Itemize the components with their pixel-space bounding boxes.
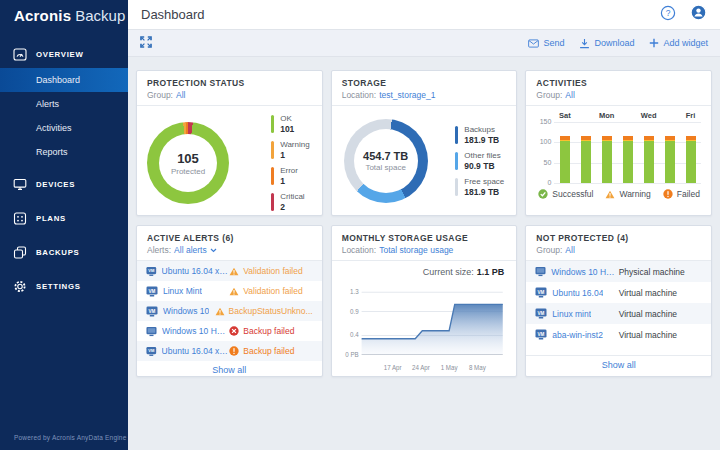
alert-status: Validation failed: [229, 266, 302, 276]
add-widget-button[interactable]: Add widget: [649, 38, 708, 48]
group-filter-link[interactable]: All: [565, 90, 574, 100]
help-icon[interactable]: ?: [660, 5, 676, 25]
svg-text:0.9: 0.9: [350, 307, 359, 314]
widget-title: PROTECTION STATUS: [147, 78, 312, 88]
alert-device-name[interactable]: Linux Mint: [163, 286, 202, 296]
widget-active-alerts: ACTIVE ALERTS (6) Alerts:All alerts VMUb…: [136, 225, 323, 377]
alert-device-name[interactable]: Ubuntu 16.04 x64 ...: [162, 346, 230, 356]
sidebar-item-alerts[interactable]: Alerts: [0, 92, 128, 116]
download-button[interactable]: Download: [579, 38, 634, 49]
filter-label: Location:: [342, 245, 377, 255]
device-name-link[interactable]: aba-win-inst2: [552, 330, 603, 340]
legend-item: Failed: [663, 189, 700, 199]
filter-label: Group:: [147, 90, 173, 100]
backups-icon: [13, 246, 27, 259]
logo-brand: Acronis: [14, 7, 71, 24]
alert-row[interactable]: VMLinux Mint Validation failed: [137, 281, 322, 301]
y-axis-label: 100: [536, 138, 551, 145]
widget-not-protected: NOT PROTECTED (4) Group:All Windows 10 H…: [525, 225, 712, 377]
vm-icon: VM: [535, 329, 547, 340]
svg-text:0.4: 0.4: [350, 331, 359, 338]
sidebar-section-overview[interactable]: OVERVIEW: [0, 40, 128, 68]
dashboard-widgets: PROTECTION STATUS Group:All 105Protected…: [128, 57, 720, 377]
alert-status: BackupStatusUnkno...: [215, 306, 313, 316]
warning-triangle-icon: [229, 287, 239, 296]
alert-device-name[interactable]: Windows 10 Hom...: [162, 326, 229, 336]
activities-bar-chart: SatMonWedFri 050100150 SuccessfulWarning…: [526, 105, 711, 215]
group-filter-link[interactable]: All: [565, 245, 574, 255]
device-row[interactable]: VMUbuntu 16.04 Virtual machine: [526, 282, 711, 303]
success-circle-icon: [538, 189, 548, 199]
activity-bar[interactable]: [659, 122, 680, 183]
legend-item: Warning1: [271, 140, 310, 160]
sidebar-section-plans[interactable]: PLANS: [0, 204, 128, 232]
storage-donut-chart: 454.7 TBTotal space: [344, 119, 428, 203]
day-label: Mon: [596, 111, 617, 122]
send-button[interactable]: Send: [528, 38, 564, 48]
day-label: Fri: [680, 111, 701, 122]
sidebar: Acronis Backup OVERVIEWDashboardAlertsAc…: [0, 0, 128, 450]
svg-text:24 Apr: 24 Apr: [412, 364, 430, 372]
day-label: Wed: [638, 111, 659, 122]
device-name-link[interactable]: Ubuntu 16.04: [552, 288, 603, 298]
svg-text:1 May: 1 May: [440, 364, 458, 372]
devices-icon: [13, 178, 27, 191]
current-size: Current size:1.1 PB: [342, 265, 507, 277]
activity-bar[interactable]: [575, 122, 596, 183]
legend-item: Backups181.9 TB: [455, 125, 504, 145]
alert-row[interactable]: VMWindows 10 BackupStatusUnkno...: [137, 301, 322, 321]
activity-bar[interactable]: [596, 122, 617, 183]
legend-item: Free space181.9 TB: [455, 177, 504, 197]
alerts-show-all-link[interactable]: Show all: [137, 361, 322, 377]
alert-row[interactable]: VMUbuntu 16.04 x64 ... Validation failed: [137, 261, 322, 281]
not-protected-show-all-link[interactable]: Show all: [526, 355, 711, 376]
filter-label: Group:: [536, 245, 562, 255]
logo-product: Backup: [75, 7, 125, 24]
toolbar: Send Download Add widget: [128, 30, 720, 57]
sidebar-section-settings[interactable]: SETTINGS: [0, 272, 128, 300]
alert-row[interactable]: Windows 10 Hom... Backup failed: [137, 321, 322, 341]
storage-legend: Backups181.9 TBOther files90.9 TBFree sp…: [455, 125, 506, 197]
expand-widgets-icon[interactable]: [140, 34, 152, 52]
alert-status: Backup failed: [229, 326, 294, 336]
vm-icon: VM: [535, 308, 547, 319]
widget-storage: STORAGE Location:test_storage_1 454.7 TB…: [331, 70, 518, 216]
day-label: [617, 111, 638, 122]
activity-bar[interactable]: [554, 122, 575, 183]
activity-bar[interactable]: [638, 122, 659, 183]
account-icon[interactable]: [690, 4, 707, 25]
alert-device-name[interactable]: Ubuntu 16.04 x64 ...: [162, 266, 230, 276]
group-filter-link[interactable]: All: [176, 90, 185, 100]
device-row[interactable]: Windows 10 Hom... Physical machine: [526, 261, 711, 282]
device-row[interactable]: VMaba-win-inst2 Virtual machine: [526, 324, 711, 345]
settings-icon: [13, 280, 27, 293]
sidebar-item-dashboard[interactable]: Dashboard: [0, 68, 128, 92]
svg-text:1.3: 1.3: [350, 288, 359, 295]
protected-count: 105: [177, 151, 199, 166]
alert-status: Validation failed: [229, 286, 302, 296]
sidebar-section-backups[interactable]: BACKUPS: [0, 238, 128, 266]
location-filter-link[interactable]: test_storage_1: [379, 90, 435, 100]
total-space-value: 454.7 TB: [363, 150, 408, 162]
device-name-link[interactable]: Linux mint: [552, 309, 591, 319]
widget-protection-status: PROTECTION STATUS Group:All 105Protected…: [136, 70, 323, 216]
send-envelope-icon: [528, 39, 539, 48]
activity-bar[interactable]: [680, 122, 701, 183]
alerts-filter-dropdown[interactable]: All alerts: [174, 245, 207, 255]
sidebar-section-devices[interactable]: DEVICES: [0, 170, 128, 198]
sidebar-item-activities[interactable]: Activities: [0, 116, 128, 140]
svg-text:?: ?: [666, 8, 671, 18]
sidebar-item-reports[interactable]: Reports: [0, 140, 128, 164]
location-filter-link[interactable]: Total storage usage: [379, 245, 453, 255]
alert-row[interactable]: VMUbuntu 16.04 x64 ... Backup failed: [137, 341, 322, 361]
physical-machine-icon: [146, 326, 157, 337]
failed-circle-icon: [663, 189, 673, 199]
device-name-link[interactable]: Windows 10 Hom...: [551, 267, 618, 277]
device-row[interactable]: VMLinux mint Virtual machine: [526, 303, 711, 324]
topbar: Dashboard ?: [128, 0, 720, 30]
activity-bar[interactable]: [617, 122, 638, 183]
protected-label: Protected: [171, 167, 205, 176]
svg-text:VM: VM: [149, 288, 156, 293]
alert-device-name[interactable]: Windows 10: [163, 306, 209, 316]
acronis-backup-app: Acronis Backup OVERVIEWDashboardAlertsAc…: [0, 0, 720, 450]
